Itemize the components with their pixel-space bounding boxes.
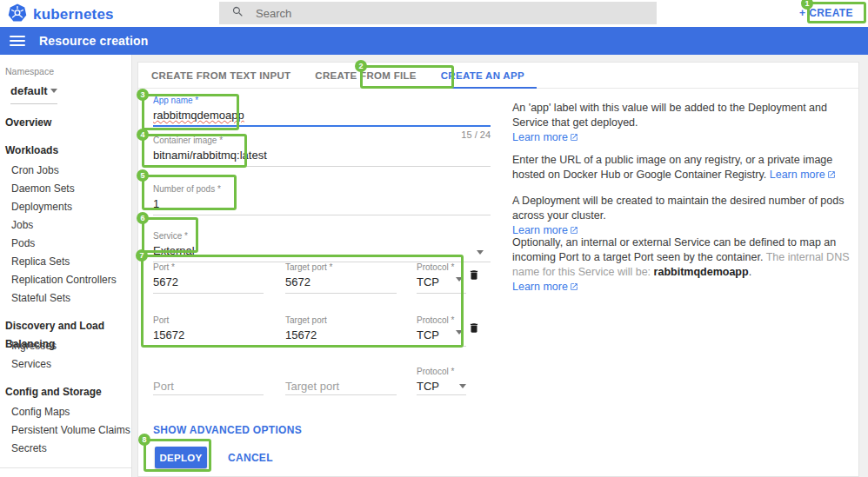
port-label: Port	[153, 315, 264, 325]
port-mappings: Port * 5672 Target port * 5672 Protocol …	[153, 261, 491, 348]
chevron-down-icon	[459, 384, 466, 388]
help-container-image: Enter the URL of a public image on any r…	[512, 153, 853, 182]
tab-create-from-text-input[interactable]: CREATE FROM TEXT INPUT	[139, 63, 303, 89]
sidebar-item-secrets[interactable]: Secrets	[0, 440, 131, 458]
delete-port-mapping-button[interactable]	[466, 321, 482, 337]
kubernetes-wheel-icon	[8, 3, 27, 26]
create-button[interactable]: + CREATE	[791, 3, 861, 23]
tab-create-an-app[interactable]: CREATE AN APP	[429, 63, 537, 89]
search-input[interactable]: Search	[219, 2, 657, 24]
number-of-pods-label: Number of pods *	[153, 184, 491, 194]
help-app-name: An 'app' label with this value will be a…	[512, 101, 853, 145]
page-title: Resource creation	[39, 34, 149, 48]
search-icon	[231, 5, 244, 22]
sidebar-item-replication-controllers[interactable]: Replication Controllers	[0, 271, 131, 289]
sidebar-item-jobs[interactable]: Jobs	[0, 216, 131, 235]
sidebar-section-config-storage[interactable]: Config and Storage	[0, 383, 131, 401]
learn-more-link[interactable]: Learn more	[512, 131, 578, 143]
sidebar-item-persistent-volume-claims[interactable]: Persistent Volume Claims	[0, 421, 131, 440]
sidebar: Namespace default Overview Workloads Cro…	[0, 55, 132, 477]
form-actions: DEPLOY CANCEL	[155, 447, 273, 468]
target-port-input[interactable]: 15672	[285, 328, 397, 343]
trash-icon	[468, 324, 480, 337]
port-field[interactable]: Port 15672	[153, 315, 264, 347]
sidebar-item-cron-jobs[interactable]: Cron Jobs	[0, 162, 131, 180]
chevron-down-icon	[456, 277, 463, 282]
container-image-label: Container image *	[153, 136, 491, 145]
namespace-label: Namespace	[5, 66, 131, 76]
namespace-value: default	[10, 84, 48, 97]
learn-more-link[interactable]: Learn more	[512, 281, 578, 293]
sidebar-item-ingresses[interactable]: Ingresses	[0, 337, 131, 355]
target-port-field[interactable]: Target port * 5672	[285, 262, 397, 294]
port-mapping-row: Port * 5672 Target port * 5672 Protocol …	[153, 262, 491, 294]
app-name-underline	[153, 125, 491, 127]
tab-create-from-file[interactable]: CREATE FROM FILE	[303, 63, 428, 89]
dns-name: rabbitmqdemoapp	[654, 266, 749, 278]
service-label: Service *	[153, 231, 491, 241]
number-of-pods-input[interactable]: 1	[153, 197, 491, 212]
protocol-field[interactable]: Protocol * TCP	[417, 315, 466, 347]
protocol-label: Protocol *	[417, 367, 454, 376]
port-input[interactable]: 15672	[153, 328, 264, 343]
number-of-pods-field[interactable]: Number of pods * 1	[153, 184, 491, 215]
protocol-field[interactable]: Protocol * TCP	[417, 262, 466, 294]
resource-creation-card: CREATE FROM TEXT INPUT CREATE FROM FILE …	[137, 62, 859, 477]
target-port-label: Target port *	[285, 262, 397, 272]
menu-icon[interactable]	[10, 36, 25, 46]
kubernetes-dashboard: kubernetes Search + CREATE Resource crea…	[0, 0, 868, 477]
show-advanced-options-link[interactable]: SHOW ADVANCED OPTIONS	[153, 424, 302, 436]
target-port-field[interactable]: Target port 15672	[285, 315, 397, 347]
sidebar-item-overview[interactable]: Overview	[0, 114, 131, 132]
help-number-of-pods: A Deployment will be created to maintain…	[512, 194, 853, 238]
help-text: An 'app' label with this value will be a…	[512, 102, 827, 129]
target-port-input[interactable]: Target port	[285, 380, 339, 394]
sidebar-item-services[interactable]: Services	[0, 355, 131, 374]
deploy-button[interactable]: DEPLOY	[155, 447, 207, 468]
help-service: Optionally, an internal or external Serv…	[512, 235, 853, 295]
protocol-label: Protocol *	[417, 262, 466, 272]
trash-icon	[468, 271, 480, 284]
app-name-label: App name *	[153, 96, 491, 105]
delete-port-mapping-button[interactable]	[466, 268, 482, 284]
chevron-down-icon	[456, 330, 463, 335]
sidebar-item-deployments[interactable]: Deployments	[0, 198, 131, 216]
namespace-selector[interactable]: default	[10, 84, 57, 104]
port-mapping-row: Port 15672 Target port 15672 Protocol * …	[153, 315, 491, 347]
port-field[interactable]: Port * 5672	[153, 262, 264, 294]
port-input[interactable]: Port	[153, 380, 174, 394]
kubernetes-logo[interactable]: kubernetes	[8, 3, 114, 26]
learn-more-link[interactable]: Learn more	[770, 169, 836, 181]
sidebar-section-workloads[interactable]: Workloads	[0, 142, 131, 160]
chevron-down-icon	[477, 250, 484, 255]
help-text: A Deployment will be created to maintain…	[512, 195, 844, 222]
container-image-input[interactable]: bitnami/rabbitmq:latest	[153, 149, 491, 163]
target-port-label: Target port	[285, 315, 397, 325]
sidebar-item-daemon-sets[interactable]: Daemon Sets	[0, 180, 131, 198]
sidebar-item-pods[interactable]: Pods	[0, 235, 131, 253]
search-placeholder: Search	[256, 7, 291, 20]
sidebar-item-replica-sets[interactable]: Replica Sets	[0, 253, 131, 271]
learn-more-link[interactable]: Learn more	[512, 224, 578, 236]
sidebar-divider	[0, 467, 131, 468]
port-input[interactable]: 5672	[153, 275, 264, 290]
cancel-button[interactable]: CANCEL	[228, 452, 273, 464]
app-header: kubernetes Search + CREATE	[0, 0, 868, 27]
create-tabs: CREATE FROM TEXT INPUT CREATE FROM FILE …	[138, 63, 858, 89]
sidebar-item-config-maps[interactable]: Config Maps	[0, 403, 131, 421]
brand-name: kubernetes	[33, 6, 114, 23]
sidebar-item-stateful-sets[interactable]: Stateful Sets	[0, 289, 131, 308]
protocol-label: Protocol *	[417, 315, 466, 325]
app-name-input[interactable]: rabbitmqdemoapp	[153, 109, 244, 122]
target-port-input[interactable]: 5672	[285, 275, 397, 290]
container-image-field[interactable]: Container image * bitnami/rabbitmq:lates…	[153, 136, 491, 167]
app-name-field[interactable]: App name * rabbitmqdemoapp 15 / 24	[153, 96, 491, 140]
service-field[interactable]: Service * External	[153, 231, 491, 262]
page-toolbar: Resource creation	[0, 27, 868, 55]
protocol-select[interactable]: TCP	[417, 380, 439, 394]
sidebar-section-discovery[interactable]: Discovery and Load Balancing	[0, 317, 131, 335]
sidebar-nav: Overview Workloads Cron Jobs Daemon Sets…	[0, 114, 131, 477]
service-select[interactable]: External	[153, 244, 491, 259]
chevron-down-icon	[50, 89, 57, 93]
port-label: Port *	[153, 262, 264, 272]
